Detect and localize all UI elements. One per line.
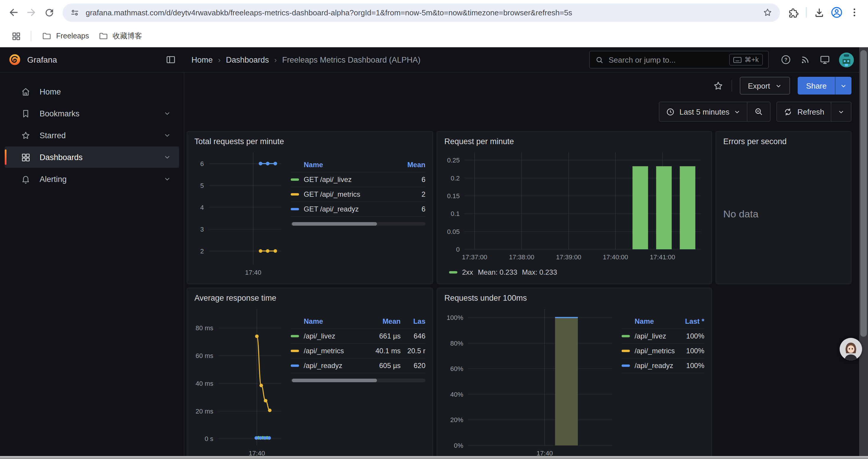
search-input[interactable]: Search or jump to... ⌘+k (589, 51, 769, 68)
legend-horizontal-scrollbar[interactable] (291, 379, 426, 382)
chevron-down-icon (838, 108, 844, 115)
legend-value: 100% (676, 347, 704, 355)
legend-series-name[interactable]: /api/_livez (622, 332, 676, 340)
apps-grid-button[interactable] (7, 27, 25, 45)
panel-title[interactable]: Errors per second (723, 135, 844, 148)
sidebar-item-label: Starred (39, 131, 66, 140)
legend-series-name[interactable]: GET /api/_metrics (291, 190, 395, 198)
legend-scrollbar-thumb[interactable] (292, 379, 377, 382)
legend-item[interactable]: 2xxMean: 0.233Max: 0.233 (449, 268, 557, 276)
share-button[interactable]: Share (798, 77, 835, 95)
legend-row[interactable]: /api/_livez661 µs646 (291, 329, 426, 344)
series-label: /api/_metrics (304, 347, 344, 355)
zoom-out-button[interactable] (747, 102, 770, 121)
legend-row[interactable]: GET /api/_livez6 (291, 172, 426, 187)
grafana-logo[interactable] (8, 53, 21, 66)
export-button[interactable]: Export (740, 77, 790, 95)
legend-scrollbar-thumb[interactable] (292, 222, 377, 226)
extensions-button[interactable] (785, 4, 802, 21)
site-settings-icon[interactable] (70, 7, 80, 18)
bookmark-folder-blogs[interactable]: 收藏博客 (94, 29, 147, 43)
legend-column-header[interactable]: Name (291, 161, 395, 169)
url-bar[interactable]: grafana.mathmast.com/d/deytv4rwavabkb/fr… (63, 3, 780, 22)
reload-button[interactable] (40, 4, 58, 21)
legend-series-name[interactable]: GET /api/_readyz (291, 205, 395, 213)
breadcrumb-dashboards[interactable]: Dashboards (226, 55, 269, 64)
back-button[interactable] (5, 4, 23, 21)
sidebar-item-home[interactable]: Home (5, 81, 179, 102)
download-icon (813, 7, 825, 18)
refresh-interval-button[interactable] (831, 102, 851, 121)
legend-series-name[interactable]: /api/_metrics (622, 347, 676, 355)
help-button[interactable]: ? (780, 54, 791, 65)
svg-text:2: 2 (200, 248, 204, 255)
svg-text:4: 4 (200, 204, 204, 211)
favorite-dashboard-button[interactable] (712, 80, 723, 91)
panel-title[interactable]: Average response time (194, 292, 426, 305)
panel-title[interactable]: Request per minute (444, 135, 704, 148)
chevron-down-icon[interactable] (164, 132, 171, 139)
legend-series-name[interactable]: GET /api/_livez (291, 175, 395, 184)
legend-column-header[interactable]: Name (622, 317, 676, 326)
legend-row[interactable]: GET /api/_metrics2 (291, 187, 426, 202)
screen-button[interactable] (819, 54, 830, 65)
series-label: /api/_livez (304, 332, 335, 340)
panel-title[interactable]: Total requests per minute (194, 135, 426, 148)
bookmark-folder-freeleaps[interactable]: Freeleaps (37, 29, 94, 43)
browser-menu-button[interactable] (845, 4, 863, 21)
time-controls: Last 5 minutes Refresh (659, 102, 851, 122)
url-text[interactable]: grafana.mathmast.com/d/deytv4rwavabkb/fr… (86, 8, 762, 17)
forward-button[interactable] (23, 4, 40, 21)
breadcrumb-home[interactable]: Home (191, 55, 213, 64)
user-avatar[interactable] (839, 52, 854, 67)
dock-menu-button[interactable] (165, 54, 176, 65)
legend-series-name[interactable]: /api/_livez (291, 332, 364, 340)
svg-text:6: 6 (200, 160, 204, 167)
sidebar-item-starred[interactable]: Starred (5, 125, 179, 146)
chevron-down-icon[interactable] (164, 175, 171, 183)
assistant-avatar-widget[interactable] (840, 338, 862, 360)
panel-requests-under-100ms: Requests under 100ms 100%80%60%40%20%0%1… (437, 288, 712, 459)
sidebar-item-alerting[interactable]: Alerting (5, 168, 179, 190)
news-button[interactable] (800, 54, 811, 65)
bookmark-label: Freeleaps (56, 32, 89, 40)
refresh-button[interactable]: Refresh (777, 102, 831, 121)
legend-row[interactable]: /api/_metrics40.1 ms20.5 r (291, 344, 426, 359)
time-range-picker[interactable]: Last 5 minutes (659, 102, 747, 121)
legend-row[interactable]: GET /api/_readyz6 (291, 202, 426, 217)
legend-series-name[interactable]: /api/_readyz (622, 362, 676, 370)
panel-title[interactable]: Requests under 100ms (444, 292, 704, 305)
scrollbar-thumb[interactable] (860, 50, 867, 337)
chevron-down-icon[interactable] (164, 154, 171, 161)
sidebar-item-bookmarks[interactable]: Bookmarks (5, 103, 179, 124)
sidebar-item-dashboards[interactable]: Dashboards (5, 146, 179, 168)
legend-column-header[interactable]: Mean (395, 161, 426, 169)
sidebar-item-label: Alerting (39, 174, 67, 184)
legend-column-header[interactable]: Last * (676, 317, 704, 326)
breadcrumb-separator: › (218, 55, 221, 64)
share-label: Share (806, 81, 827, 90)
series-color-swatch (622, 350, 630, 352)
folder-icon (42, 31, 52, 41)
downloads-button[interactable] (810, 4, 828, 21)
legend-row[interactable]: /api/_readyz605 µs620 (291, 359, 426, 373)
legend-row[interactable]: /api/_livez100% (622, 329, 704, 344)
sidebar-item-label: Bookmarks (39, 109, 80, 118)
legend-column-header[interactable]: Mean (364, 317, 401, 326)
legend-row[interactable]: /api/_readyz100% (622, 359, 704, 373)
legend-row[interactable]: /api/_metrics100% (622, 344, 704, 359)
legend-column-header[interactable]: Name (291, 317, 364, 326)
legend-horizontal-scrollbar[interactable] (291, 222, 426, 226)
legend-series-name[interactable]: /api/_readyz (291, 362, 364, 370)
legend-table: NameMeanGET /api/_livez6GET /api/_metric… (285, 148, 426, 280)
legend-table: NameMeanLas/api/_livez661 µs646/api/_met… (285, 305, 426, 459)
chevron-down-icon[interactable] (164, 110, 171, 117)
share-menu-button[interactable] (835, 77, 851, 95)
legend-column-header[interactable]: Las (401, 317, 426, 326)
profile-button[interactable] (828, 4, 845, 21)
svg-text:80 ms: 80 ms (195, 324, 213, 332)
page-scrollbar[interactable] (859, 47, 868, 456)
legend-series-name[interactable]: /api/_metrics (291, 347, 364, 355)
bookmark-star-icon[interactable] (762, 7, 773, 18)
brand-name: Grafana (27, 55, 57, 64)
